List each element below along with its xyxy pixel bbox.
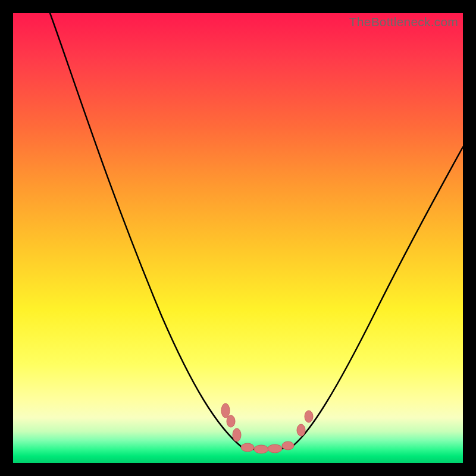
marker-dot: [268, 444, 282, 453]
marker-dot: [241, 443, 254, 452]
marker-dot: [254, 445, 268, 453]
bottleneck-curve: [13, 13, 463, 463]
marker-dot: [282, 441, 294, 450]
marker-dot: [297, 424, 305, 436]
marker-dot: [305, 411, 313, 422]
chart-frame: TheBottleneck.com: [13, 13, 463, 463]
curve-left-branch: [50, 13, 242, 447]
marker-dot: [233, 428, 241, 441]
curve-right-branch: [292, 147, 463, 447]
marker-dot: [221, 403, 230, 418]
marker-dot: [227, 415, 235, 427]
